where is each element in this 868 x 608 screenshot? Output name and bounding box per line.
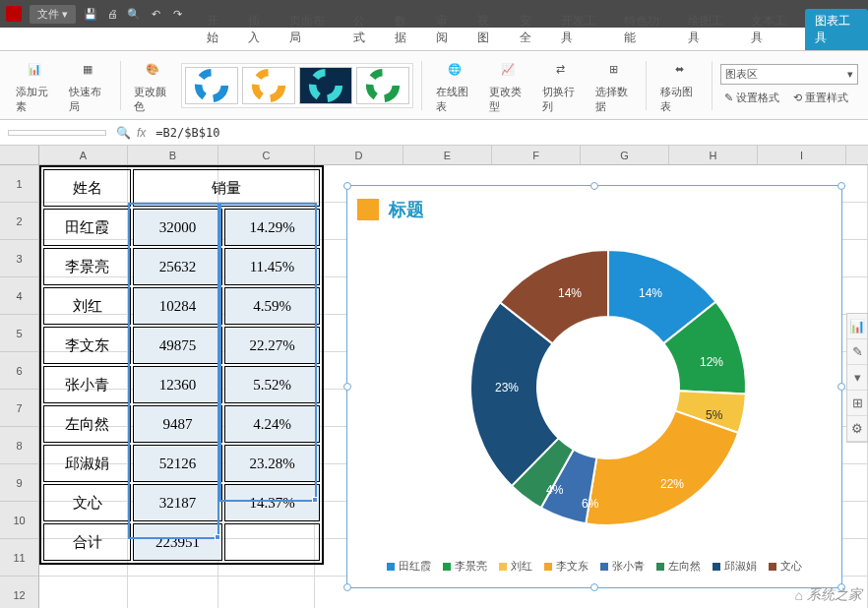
cell-pct[interactable]: 23.28% xyxy=(224,445,320,482)
name-box[interactable] xyxy=(8,130,106,136)
row-header-6[interactable]: 6 xyxy=(0,352,39,390)
legend-item[interactable]: 田红霞 xyxy=(387,559,431,574)
col-header-B[interactable]: B xyxy=(128,146,218,164)
qat-preview-icon[interactable]: 🔍 xyxy=(127,7,141,21)
row-header-11[interactable]: 11 xyxy=(0,539,39,577)
row-header-1[interactable]: 1 xyxy=(0,165,39,203)
legend-item[interactable]: 张小青 xyxy=(600,559,645,574)
col-header-A[interactable]: A xyxy=(39,146,128,164)
col-header-E[interactable]: E xyxy=(403,146,492,164)
tab-view[interactable]: 视图 xyxy=(467,9,509,50)
chart-area-select[interactable]: 图表区 ▾ xyxy=(720,64,858,85)
legend-item[interactable]: 邱淑娟 xyxy=(713,559,757,574)
cell-sales[interactable]: 32000 xyxy=(133,209,222,246)
chart-filter-icon[interactable]: ▾ xyxy=(847,365,867,391)
qat-save-icon[interactable]: 💾 xyxy=(84,7,97,21)
tab-page-layout[interactable]: 页面布局 xyxy=(279,9,342,50)
chart-layout-icon[interactable]: ⊞ xyxy=(847,391,867,416)
change-color-button[interactable]: 🎨 更改颜色 xyxy=(128,57,177,114)
cell-pct[interactable]: 14.37% xyxy=(224,484,320,521)
cell-sales[interactable]: 12360 xyxy=(133,366,222,403)
tab-start[interactable]: 开始 xyxy=(197,9,238,50)
formula-input[interactable]: =B2/$B$10 xyxy=(155,126,860,140)
cell-name[interactable]: 邱淑娟 xyxy=(43,445,131,482)
tab-data[interactable]: 数据 xyxy=(385,9,426,50)
cell-sales[interactable]: 52126 xyxy=(133,445,222,482)
move-chart-button[interactable]: ⬌ 移动图表 xyxy=(654,57,704,114)
tab-review[interactable]: 审阅 xyxy=(426,9,467,50)
cell-name[interactable]: 张小青 xyxy=(43,366,131,403)
cell-pct[interactable]: 4.24% xyxy=(224,405,320,443)
cell-pct[interactable]: 4.59% xyxy=(224,287,320,325)
resize-handle[interactable] xyxy=(837,383,845,391)
qat-undo-icon[interactable]: ↶ xyxy=(149,7,162,21)
cell-pct[interactable]: 14.29% xyxy=(224,209,320,246)
style-thumb-2[interactable] xyxy=(242,67,295,104)
tab-dev[interactable]: 开发工具 xyxy=(551,9,614,50)
row-header-4[interactable]: 4 xyxy=(0,277,39,315)
chart-settings-icon[interactable]: ⚙ xyxy=(847,416,867,442)
cell-pct[interactable]: 5.52% xyxy=(224,366,320,403)
change-type-button[interactable]: 📈 更改类型 xyxy=(483,57,532,114)
cell-sales[interactable]: 32187 xyxy=(133,484,222,521)
row-header-5[interactable]: 5 xyxy=(0,315,39,352)
cell-name[interactable]: 左向然 xyxy=(43,405,131,443)
row-header-3[interactable]: 3 xyxy=(0,240,39,277)
set-format-button[interactable]: ✎ 设置格式 xyxy=(720,89,783,107)
tab-security[interactable]: 安全 xyxy=(510,9,551,50)
resize-handle[interactable] xyxy=(343,383,351,391)
col-header-G[interactable]: G xyxy=(581,146,669,164)
resize-handle[interactable] xyxy=(343,583,351,591)
cell-name[interactable]: 文心 xyxy=(43,484,131,521)
reset-style-button[interactable]: ⟲ 重置样式 xyxy=(789,89,852,107)
tab-special[interactable]: 特色功能 xyxy=(614,9,677,50)
row-header-12[interactable]: 12 xyxy=(0,577,39,608)
cell-name[interactable]: 李景亮 xyxy=(43,248,131,285)
chart-title-box[interactable]: 标题 xyxy=(357,198,424,221)
tab-text[interactable]: 文本工具 xyxy=(741,9,804,50)
add-element-button[interactable]: 📊 添加元素 xyxy=(10,57,59,114)
style-thumb-4[interactable] xyxy=(356,67,409,104)
tab-chart-tools[interactable]: 图表工具 xyxy=(805,9,868,50)
resize-handle[interactable] xyxy=(837,182,845,190)
resize-handle[interactable] xyxy=(590,583,598,591)
donut-chart[interactable]: 14% 12% 5% 22% 6% 4% 23% 14% xyxy=(456,235,761,540)
cell-empty[interactable] xyxy=(224,523,320,561)
style-thumb-3[interactable] xyxy=(299,67,352,104)
row-header-7[interactable]: 7 xyxy=(0,390,39,427)
resize-handle[interactable] xyxy=(590,182,598,190)
chart-object[interactable]: 标题 14% 12% 5% 22% 6% 4% 23% 14% 田红霞李景亮刘红… xyxy=(346,185,842,588)
col-header-I[interactable]: I xyxy=(758,146,846,164)
legend-item[interactable]: 李景亮 xyxy=(443,559,487,574)
col-header-F[interactable]: F xyxy=(492,146,581,164)
chart-style-gallery[interactable] xyxy=(181,63,413,108)
fx-icon[interactable]: fx xyxy=(137,126,146,140)
select-data-button[interactable]: ⊞ 选择数据 xyxy=(589,57,639,114)
row-header-10[interactable]: 10 xyxy=(0,502,39,539)
cell-sales[interactable]: 10284 xyxy=(133,287,222,325)
qat-redo-icon[interactable]: ↷ xyxy=(170,7,184,21)
row-header-8[interactable]: 8 xyxy=(0,427,39,464)
row-header-2[interactable]: 2 xyxy=(0,203,39,240)
online-chart-button[interactable]: 🌐 在线图表 xyxy=(430,57,479,114)
chart-legend[interactable]: 田红霞李景亮刘红李文东张小青左向然邱淑娟文心 xyxy=(347,559,841,574)
cell-pct[interactable]: 22.27% xyxy=(224,327,320,364)
cell-total-value[interactable]: 223951 xyxy=(133,523,222,561)
cell-name[interactable]: 田红霞 xyxy=(43,209,131,246)
file-menu[interactable]: 文件 ▾ xyxy=(30,5,76,24)
select-all-corner[interactable] xyxy=(0,146,39,164)
cell-name[interactable]: 李文东 xyxy=(43,327,131,364)
tab-insert[interactable]: 插入 xyxy=(238,9,279,50)
tab-formula[interactable]: 公式 xyxy=(343,9,385,50)
spreadsheet-grid[interactable]: A B C D E F G H I 1 2 3 4 5 6 7 8 9 10 1… xyxy=(0,146,868,608)
col-header-C[interactable]: C xyxy=(218,146,315,164)
col-header-H[interactable]: H xyxy=(669,146,758,164)
cell-sales[interactable]: 9487 xyxy=(133,405,222,443)
cell-pct[interactable]: 11.45% xyxy=(224,248,320,285)
cell-total-label[interactable]: 合计 xyxy=(43,523,131,561)
grid-body[interactable]: 1 2 3 4 5 6 7 8 9 10 11 12 姓名 销量 田红霞3200… xyxy=(0,165,868,608)
header-name[interactable]: 姓名 xyxy=(43,169,131,207)
resize-handle[interactable] xyxy=(343,182,351,190)
tab-draw[interactable]: 绘图工具 xyxy=(678,9,741,50)
quick-layout-button[interactable]: ▦ 快速布局 xyxy=(63,57,112,114)
